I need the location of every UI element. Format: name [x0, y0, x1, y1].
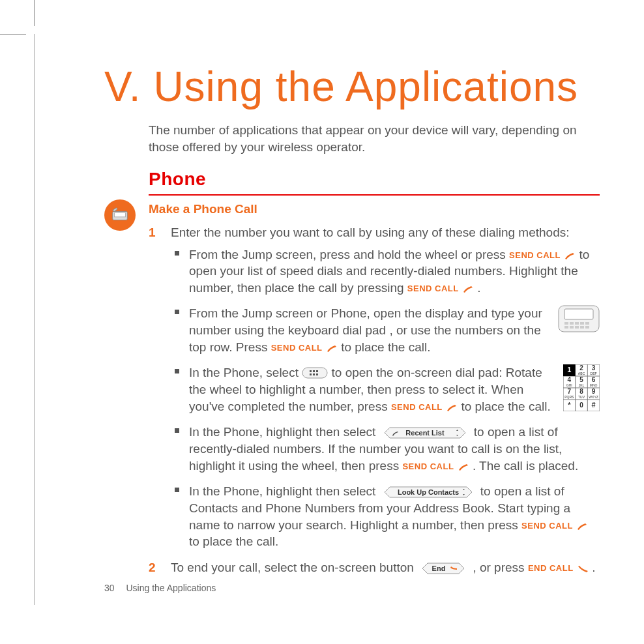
footer-title: Using the Applications [126, 583, 216, 593]
svg-rect-4 [575, 322, 579, 325]
svg-rect-44 [313, 373, 315, 375]
section-heading: Phone [149, 167, 600, 192]
svg-text:PQRS: PQRS [564, 395, 574, 399]
svg-rect-40 [310, 370, 312, 372]
svg-rect-10 [580, 326, 584, 329]
crop-mark-horizontal [0, 34, 26, 35]
send-call-label: SEND CALL [407, 284, 459, 293]
bullet-5: In the Phone, highlight then select Look… [171, 483, 600, 550]
svg-rect-42 [316, 370, 318, 372]
crop-mark-vertical [34, 0, 35, 26]
send-call-icon [446, 403, 458, 413]
svg-rect-9 [575, 326, 579, 329]
chapter-title: V. Using the Applications [104, 65, 600, 109]
send-call-icon [576, 522, 588, 531]
step-2: To end your call, select the on-screen b… [149, 559, 600, 576]
svg-text:7: 7 [568, 388, 572, 395]
end-button-icon: End [417, 562, 469, 575]
step-1-intro: Enter the number you want to call by usi… [171, 226, 570, 239]
left-margin-rule [34, 34, 35, 605]
svg-text:5: 5 [579, 376, 583, 383]
b5-text-1: In the Phone, highlight then select [189, 484, 379, 498]
svg-rect-53 [115, 212, 126, 217]
svg-rect-11 [585, 326, 589, 329]
svg-text:9: 9 [592, 388, 596, 395]
page-number: 30 [104, 583, 115, 593]
b1-text-1: From the Jump screen, press and hold the… [189, 248, 509, 261]
svg-text:DEF: DEF [591, 372, 597, 375]
svg-rect-41 [313, 370, 315, 372]
svg-text:MNO: MNO [590, 383, 598, 387]
send-call-icon [326, 344, 338, 353]
bullet-4: In the Phone, highlight then select Rece… [171, 424, 600, 474]
subheading: Make a Phone Call [149, 201, 600, 218]
b4-text-1: In the Phone, highlight then select [189, 425, 379, 439]
intro-paragraph: The number of applications that appear o… [149, 122, 600, 155]
svg-rect-45 [316, 373, 318, 375]
bullet-1: From the Jump screen, press and hold the… [171, 246, 600, 297]
svg-rect-2 [564, 322, 568, 325]
svg-text:8: 8 [579, 388, 583, 395]
svg-rect-43 [310, 373, 312, 375]
bullet-3: 1 2ABC 3DEF 4GHI 5JKL 6MNO 7PQRS 8TUV 9W… [171, 364, 600, 415]
svg-text:0: 0 [579, 402, 583, 409]
b3-text-1: In the Phone, select [189, 366, 302, 379]
bullet-2: From the Jump screen or Phone, open the … [171, 305, 600, 355]
svg-text:WXYZ: WXYZ [589, 395, 598, 399]
device-keyboard-icon [558, 305, 600, 337]
svg-rect-39 [302, 368, 327, 378]
send-call-icon [458, 463, 469, 472]
svg-text:TUV: TUV [578, 395, 585, 399]
svg-text:*: * [568, 401, 571, 409]
svg-text:GHI: GHI [566, 383, 572, 387]
svg-rect-5 [580, 322, 584, 325]
svg-text:4: 4 [568, 376, 572, 383]
svg-text:6: 6 [592, 376, 596, 383]
section-rule [149, 194, 600, 196]
step2-text-1: To end your call, select the on-screen b… [171, 561, 417, 574]
b2-text-3: to place the call. [341, 340, 430, 354]
recent-list-button-icon: Recent List [379, 426, 471, 439]
end-call-label: END CALL [528, 563, 574, 573]
svg-text:#: # [592, 401, 596, 409]
pill-dialpad-icon [302, 367, 328, 379]
end-call-icon [577, 564, 589, 574]
svg-rect-1 [564, 309, 593, 319]
step2-text-3: . [592, 561, 595, 574]
svg-text:3: 3 [592, 364, 596, 372]
svg-text:Look Up Contacts: Look Up Contacts [397, 488, 458, 496]
send-call-icon [462, 285, 474, 294]
step-1: Enter the number you want to call by usi… [149, 224, 600, 550]
b3-text-3: to place the call. [461, 400, 550, 413]
svg-text:Recent List: Recent List [405, 429, 445, 437]
page-footer: 30 Using the Applications [104, 583, 216, 593]
svg-rect-7 [564, 326, 568, 329]
phone-app-icon [104, 199, 136, 231]
send-call-label: SEND CALL [402, 461, 454, 471]
send-call-label: SEND CALL [271, 343, 323, 353]
b1-text-3: . [477, 281, 480, 295]
svg-text:JKL: JKL [579, 383, 585, 387]
b5-text-3: to place the call. [189, 534, 278, 548]
svg-text:1: 1 [567, 366, 571, 373]
send-call-label: SEND CALL [521, 521, 573, 531]
send-call-label: SEND CALL [509, 250, 561, 260]
look-up-contacts-button-icon: Look Up Contacts [379, 486, 477, 499]
svg-rect-8 [570, 326, 574, 329]
send-call-icon [564, 252, 576, 261]
send-call-label: SEND CALL [391, 402, 443, 412]
step2-text-2: , or press [473, 561, 527, 574]
svg-text:ABC: ABC [578, 372, 585, 375]
b4-text-3: . The call is placed. [473, 459, 578, 473]
dial-pad-icon: 1 2ABC 3DEF 4GHI 5JKL 6MNO 7PQRS 8TUV 9W… [563, 364, 600, 416]
svg-text:2: 2 [579, 364, 583, 372]
svg-text:End: End [432, 564, 446, 572]
svg-rect-6 [585, 322, 589, 325]
svg-rect-3 [570, 322, 574, 325]
